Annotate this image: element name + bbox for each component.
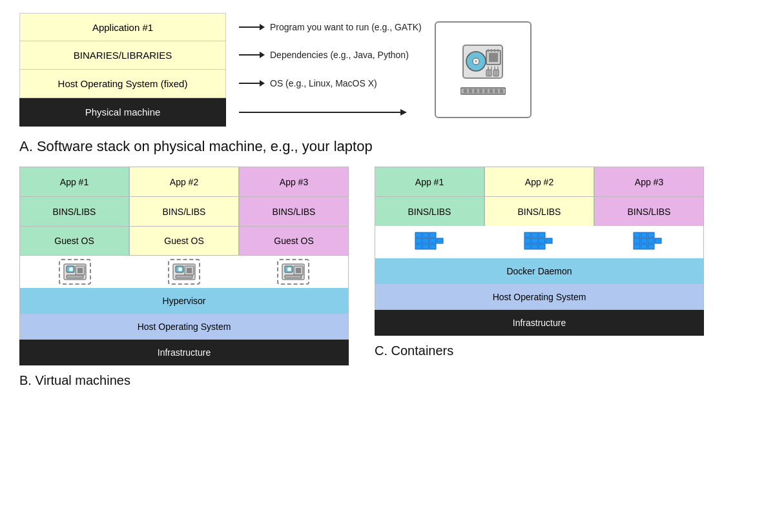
vm-chip-icon-1 (63, 263, 87, 281)
arrow-label-1: Dependencies (e.g., Java, Python) (270, 50, 409, 60)
svg-point-49 (287, 267, 291, 271)
docker-icon-1 (414, 229, 446, 255)
container-yellow-bins: BINS/LIBS (484, 196, 594, 226)
svg-rect-61 (422, 244, 429, 249)
vm-hypervisor: Hypervisor (19, 288, 349, 314)
container-host-os: Host Operating System (375, 284, 704, 310)
container-green-bins: BINS/LIBS (375, 196, 484, 226)
vm-host-os: Host Operating System (19, 314, 349, 340)
svg-marker-7 (400, 109, 407, 116)
vm-yellow-bins: BINS/LIBS (129, 196, 239, 226)
container-diagram: App #1 BINS/LIBS App #2 BINS/LIBS App #3… (375, 167, 704, 358)
arrow-row-0: Program you want to run (e.g., GATK) (239, 13, 422, 41)
section-c-label: C. Containers (375, 343, 704, 358)
stack-table: Application #1 BINARIES/LIBRARIES Host O… (19, 13, 226, 127)
svg-rect-78 (648, 238, 654, 243)
svg-rect-72 (539, 244, 545, 249)
stack-row-app: Application #1 (19, 13, 226, 41)
container-purple-bins: BINS/LIBS (594, 196, 704, 226)
stack-row-os: Host Operating System (fixed) (19, 70, 226, 98)
section-a: Application #1 BINARIES/LIBRARIES Host O… (19, 13, 756, 127)
arrow-label-2: OS (e.g., Linux, MacOS X) (270, 78, 377, 88)
arrow-icon-1 (239, 48, 265, 61)
ram-icon (460, 86, 506, 96)
computer-icon (435, 21, 532, 118)
section-a-label: A. Software stack on physical machine, e… (19, 138, 756, 155)
vm-purple-bins: BINS/LIBS (239, 196, 349, 226)
svg-rect-62 (429, 244, 436, 249)
vm-purple-app: App #3 (239, 167, 349, 196)
vm-col-yellow: App #2 BINS/LIBS Guest OS (129, 167, 239, 256)
docker-icon-3 (632, 229, 665, 255)
svg-marker-5 (260, 80, 265, 87)
svg-rect-34 (500, 89, 503, 93)
vm-chip-icon-2 (172, 263, 196, 281)
arrow-row-2: OS (e.g., Linux, MacOS X) (239, 69, 422, 97)
vm-col-purple: App #3 BINS/LIBS Guest OS (239, 167, 349, 256)
svg-rect-46 (176, 275, 192, 278)
vm-icon-2 (168, 259, 200, 285)
vm-infrastructure: Infrastructure (19, 340, 349, 365)
main-container: Application #1 BINARIES/LIBRARIES Host O… (0, 0, 775, 401)
container-daemon: Docker Daemon (375, 258, 704, 284)
svg-rect-58 (429, 238, 436, 243)
svg-rect-32 (490, 89, 493, 93)
section-b-label: B. Virtual machines (19, 373, 349, 388)
svg-rect-45 (187, 268, 192, 273)
docker-icon-2 (523, 229, 555, 255)
svg-rect-28 (469, 89, 472, 93)
svg-rect-39 (78, 268, 83, 273)
svg-rect-74 (641, 232, 647, 238)
sections-bc: App #1 BINS/LIBS Guest OS App #2 BINS/LI… (19, 167, 756, 388)
svg-rect-33 (495, 89, 498, 93)
stack-row-physical: Physical machine (19, 98, 226, 127)
svg-rect-40 (67, 275, 83, 278)
svg-rect-73 (634, 232, 640, 238)
docker-icons-row (375, 226, 704, 258)
container-yellow-app: App #2 (484, 167, 594, 196)
arrow-label-0: Program you want to run (e.g., GATK) (270, 22, 422, 32)
svg-marker-3 (260, 52, 265, 58)
svg-rect-26 (460, 88, 506, 94)
container-green-app: App #1 (375, 167, 484, 196)
svg-rect-65 (539, 232, 545, 238)
container-infrastructure: Infrastructure (375, 310, 704, 336)
vm-icons-row (19, 256, 349, 288)
stack-row-bins: BINARIES/LIBRARIES (19, 41, 226, 70)
svg-rect-53 (415, 232, 422, 238)
vm-chip-icon-3 (281, 263, 305, 281)
svg-rect-60 (415, 244, 422, 249)
svg-rect-80 (634, 244, 640, 249)
svg-rect-63 (524, 232, 531, 238)
container-purple-app: App #3 (594, 167, 704, 196)
svg-rect-76 (634, 238, 640, 243)
big-arrow-icon (239, 106, 407, 119)
arrows-section: Program you want to run (e.g., GATK) Dep… (239, 13, 422, 127)
svg-rect-67 (532, 238, 538, 243)
vm-green-app: App #1 (19, 167, 129, 196)
arrow-icon-0 (239, 21, 265, 34)
svg-rect-29 (474, 89, 477, 93)
vm-icon-1 (59, 259, 91, 285)
hdd-icon (462, 44, 504, 79)
vm-diagram: App #1 BINS/LIBS Guest OS App #2 BINS/LI… (19, 167, 349, 388)
svg-rect-59 (437, 238, 443, 243)
svg-rect-30 (479, 89, 482, 93)
vm-green-bins: BINS/LIBS (19, 196, 129, 226)
vm-yellow-app: App #2 (129, 167, 239, 196)
vm-apps-row: App #1 BINS/LIBS Guest OS App #2 BINS/LI… (19, 167, 349, 256)
vm-green-os: Guest OS (19, 226, 129, 256)
vm-purple-os: Guest OS (239, 226, 349, 256)
svg-rect-75 (648, 232, 654, 238)
svg-rect-54 (422, 232, 429, 238)
arrow-row-1: Dependencies (e.g., Java, Python) (239, 41, 422, 70)
svg-rect-68 (539, 238, 545, 243)
arrow-icon-2 (239, 77, 265, 90)
svg-rect-64 (532, 232, 538, 238)
vm-col-green: App #1 BINS/LIBS Guest OS (19, 167, 129, 256)
svg-rect-31 (484, 89, 488, 93)
svg-rect-82 (648, 244, 654, 249)
svg-rect-70 (524, 244, 531, 249)
svg-rect-71 (532, 244, 538, 249)
svg-point-11 (475, 60, 477, 63)
